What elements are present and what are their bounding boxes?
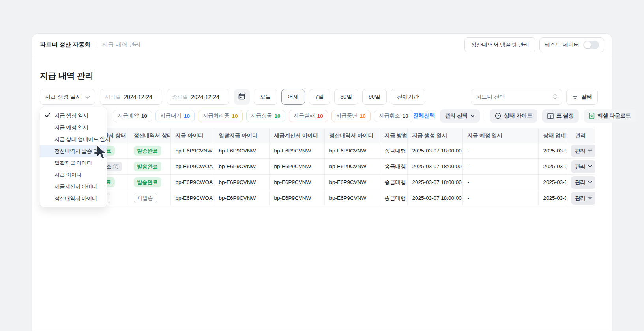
dropdown-item-created-at[interactable]: 지급 생성 일시 (40, 110, 107, 122)
toolbar-divider (485, 112, 485, 120)
statement-id-cell: bp-E6P9CVNW (324, 143, 380, 159)
table-settings-button[interactable]: 표 설정 (542, 109, 579, 123)
chevron-down-icon (588, 165, 592, 168)
scheduled-at-cell: - (462, 175, 538, 190)
updown-chevron-icon (553, 93, 557, 101)
excel-download-icon (589, 113, 595, 119)
chevron-down-icon (470, 115, 475, 117)
date-type-select[interactable]: 지급 생성 일시 (40, 89, 95, 105)
dropdown-item-statement-id[interactable]: 정산내역서 아이디 (40, 193, 107, 205)
range-yesterday-button[interactable]: 어제 (281, 89, 305, 105)
excel-download-button[interactable]: 엑셀 다운로드 (584, 109, 636, 123)
created-at-cell: 2025-03-07 18:00:00 (407, 190, 462, 206)
chip-label: 지급실패 (294, 112, 315, 119)
select-all-link[interactable]: 전체선택 (413, 112, 435, 119)
status-updated-at-cell: 2025-03-07 18:00:00 (538, 143, 566, 159)
status-updated-at-cell: 2025-03-07 18:00:00 (538, 175, 566, 190)
status-updated-at-cell: 2025-03-07 18:00:00 (538, 159, 566, 175)
svg-text:?: ? (497, 114, 499, 118)
table-row: 미발행 미발송 bp-E6P9CWOA bp-E6P9CVNW bp-E6P9C… (40, 190, 595, 206)
payment-id-cell: bp-E6P9CWOA (170, 190, 214, 206)
chip-payment-waiting[interactable]: 지급대기 10 (155, 110, 195, 122)
manage-button-label: 관리 (575, 195, 586, 202)
table-row: 발행완료 발송완료 bp-E6P9CVNW bp-E6P9CVNW bp-E6P… (40, 143, 595, 159)
partner-select[interactable]: 파트너 선택 (471, 89, 562, 105)
main-card: 파트너 정산 자동화 지급 내역 관리 정산내역서 템플릿 관리 테스트 데이터… (32, 33, 612, 331)
end-date-input[interactable]: 종료일 2024-12-24 (167, 89, 229, 105)
question-circle-icon: ? (495, 113, 501, 119)
row-manage-button[interactable]: 관리 (571, 160, 595, 173)
col-scheduled-at: 지급 예정 일시 (462, 128, 538, 143)
chip-label: 지급대기 (160, 112, 182, 119)
col-tax-invoice-id: 세금계산서 아이디 (269, 128, 324, 143)
row-manage-button[interactable]: 관리 (571, 192, 595, 205)
test-data-toggle[interactable] (583, 41, 599, 49)
header-actions: 정산내역서 템플릿 관리 테스트 데이터 (464, 37, 604, 52)
brand-title: 파트너 정산 자동화 (40, 41, 90, 48)
chip-payment-success[interactable]: 지급성공 10 (246, 110, 285, 122)
start-date-label: 시작일 (105, 93, 121, 100)
tax-invoice-id-cell: bp-E6P9CVNW (269, 159, 324, 175)
chip-label: 지급처리중 (203, 112, 230, 119)
range-today-button[interactable]: 오늘 (254, 89, 277, 105)
test-data-label: 테스트 데이터 (545, 41, 579, 48)
end-date-value: 2024-12-24 (191, 94, 219, 100)
tax-invoice-id-cell: bp-E6P9CVNW (269, 143, 324, 159)
status-chips: 지급예약 10 지급대기 10 지급처리중 10 지급성공 10 지급실패 (113, 110, 413, 122)
brand-divider (96, 42, 96, 48)
payments-table: 세금계산서 상태 정산내역서 상태 지급 아이디 일괄지급 아이디 세금계산서 … (40, 128, 595, 206)
manage-select-button[interactable]: 관리 선택 (440, 109, 480, 123)
col-manage: 관리 (566, 128, 595, 143)
dropdown-item-status-updated-at[interactable]: 지급 상태 업데이트 일시 (40, 134, 107, 145)
row-manage-button[interactable]: 관리 (571, 145, 595, 157)
scheduled-at-cell: - (462, 190, 538, 206)
range-30d-button[interactable]: 30일 (334, 89, 359, 105)
col-created-at: 지급 생성 일시 (407, 128, 462, 143)
table-icon (547, 113, 554, 119)
col-statement-status: 정산내역서 상태 (129, 128, 170, 143)
filter-button-label: 필터 (581, 93, 592, 100)
payment-method-cell: 송금대행 (380, 143, 407, 159)
col-status-updated-at: 상태 업데이트 일시 (538, 128, 566, 143)
status-toolbar-row: 지급예약 10 지급대기 10 지급처리중 10 지급성공 10 지급실패 (40, 110, 612, 122)
help-icon[interactable]: ? (113, 164, 118, 169)
start-date-input[interactable]: 시작일 2024-12-24 (100, 89, 162, 105)
manage-select-label: 관리 선택 (445, 112, 468, 119)
filter-icon (572, 94, 578, 100)
chip-count: 10 (184, 113, 190, 119)
chevron-down-icon (85, 94, 90, 100)
chip-count: 10 (360, 113, 366, 119)
chip-payment-failed[interactable]: 지급실패 10 (289, 110, 328, 122)
row-manage-button[interactable]: 관리 (571, 176, 595, 189)
dropdown-item-payment-id[interactable]: 지급 아이디 (40, 169, 107, 181)
chip-payment-stopped[interactable]: 지급중단 10 (331, 110, 371, 122)
dropdown-item-label: 지급 예정 일시 (54, 124, 88, 131)
calendar-button[interactable] (234, 89, 250, 105)
chip-payment-reserved[interactable]: 지급예약 10 (113, 110, 152, 122)
statement-status-badge: 발송완료 (134, 146, 161, 156)
chip-payment-canceled[interactable]: 지급취소 10 (374, 110, 413, 122)
statement-template-manage-button[interactable]: 정산내역서 템플릿 관리 (464, 37, 535, 52)
chip-count: 10 (317, 113, 323, 119)
statement-id-cell: bp-E6P9CVNW (324, 175, 380, 190)
toggle-knob (584, 41, 591, 48)
dropdown-item-label: 지급 생성 일시 (54, 112, 88, 119)
chip-payment-processing[interactable]: 지급처리중 10 (198, 110, 243, 122)
statement-status-badge: 발송완료 (134, 162, 161, 171)
dropdown-item-scheduled-at[interactable]: 지급 예정 일시 (40, 122, 107, 134)
filter-row: 지급 생성 일시 시작일 2024-12-24 종료일 2024-12-24 오… (40, 89, 612, 105)
top-bar: 파트너 정산 자동화 지급 내역 관리 정산내역서 템플릿 관리 테스트 데이터 (32, 34, 612, 56)
dropdown-item-tax-invoice-id[interactable]: 세금계산서 아이디 (40, 181, 107, 193)
start-date-value: 2024-12-24 (124, 94, 152, 100)
manage-button-label: 관리 (575, 179, 586, 186)
status-guide-button[interactable]: ? 상태 가이드 (490, 109, 537, 123)
payments-table-wrap: 세금계산서 상태 정산내역서 상태 지급 아이디 일괄지급 아이디 세금계산서 … (40, 128, 612, 206)
filter-button[interactable]: 필터 (566, 89, 598, 105)
end-date-label: 종료일 (172, 93, 188, 100)
test-data-toggle-box: 테스트 데이터 (539, 37, 604, 52)
chevron-down-icon (588, 149, 592, 152)
range-90d-button[interactable]: 90일 (362, 89, 387, 105)
range-7d-button[interactable]: 7일 (309, 89, 330, 105)
range-all-button[interactable]: 전체기간 (391, 89, 425, 105)
chevron-down-icon (588, 181, 592, 184)
